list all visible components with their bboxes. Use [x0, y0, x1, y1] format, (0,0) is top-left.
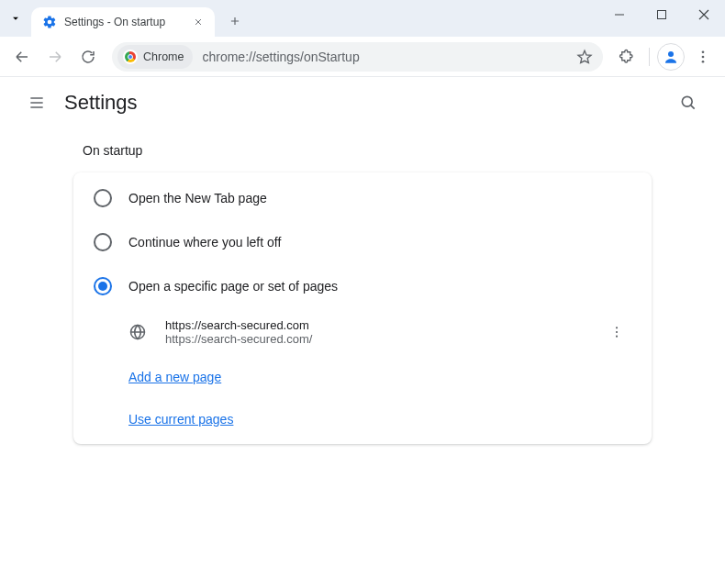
radio-button-selected-icon [94, 277, 112, 295]
svg-point-3 [702, 55, 705, 58]
profile-button[interactable] [657, 43, 685, 71]
globe-icon [128, 323, 147, 341]
settings-header: Settings [0, 77, 725, 128]
window-titlebar: Settings - On startup [0, 0, 725, 37]
browser-toolbar: Chrome chrome://settings/onStartup [0, 37, 725, 77]
radio-button-icon [94, 189, 112, 207]
hamburger-icon [28, 94, 46, 112]
chrome-icon [123, 50, 138, 64]
back-button[interactable] [7, 42, 37, 72]
extensions-button[interactable] [612, 42, 641, 72]
svg-point-1 [668, 51, 674, 57]
svg-point-4 [702, 60, 705, 62]
startup-page-url: https://search-secured.com/ [165, 332, 602, 346]
radio-button-icon [94, 233, 112, 251]
close-icon [698, 9, 709, 20]
chevron-down-icon [9, 12, 22, 25]
svg-point-8 [616, 331, 618, 333]
browser-tab[interactable]: Settings - On startup [31, 7, 215, 37]
svg-rect-0 [658, 11, 666, 19]
arrow-left-icon [14, 49, 30, 65]
profile-icon [663, 49, 679, 65]
settings-menu-button[interactable] [18, 84, 55, 121]
settings-search-button[interactable] [670, 84, 707, 121]
more-vert-icon [609, 325, 624, 339]
minimize-icon [614, 9, 625, 20]
radio-specific-pages[interactable]: Open a specific page or set of pages [73, 264, 652, 308]
plus-icon [229, 15, 241, 28]
svg-point-2 [702, 50, 705, 53]
close-icon [194, 17, 203, 27]
use-current-pages-row: Use current pages [73, 398, 652, 440]
add-new-page-row: Add a new page [73, 356, 652, 398]
radio-label: Open the New Tab page [128, 191, 267, 205]
site-chip-label: Chrome [143, 50, 184, 63]
new-tab-button[interactable] [222, 8, 248, 34]
address-bar[interactable]: Chrome chrome://settings/onStartup [112, 42, 603, 72]
arrow-right-icon [47, 49, 63, 65]
svg-point-5 [682, 96, 692, 106]
svg-point-9 [616, 336, 618, 338]
window-controls [598, 0, 725, 37]
tab-close-button[interactable] [191, 15, 206, 29]
radio-label: Continue where you left off [128, 235, 281, 250]
browser-menu-button[interactable] [688, 42, 718, 72]
radio-continue[interactable]: Continue where you left off [73, 220, 652, 264]
use-current-pages-link[interactable]: Use current pages [128, 412, 233, 427]
maximize-button[interactable] [641, 0, 683, 29]
window-close-button[interactable] [683, 0, 725, 29]
add-new-page-link[interactable]: Add a new page [128, 370, 221, 384]
bookmark-button[interactable] [572, 44, 597, 70]
startup-page-entry: https://search-secured.com https://searc… [73, 308, 652, 356]
tab-search-dropdown[interactable] [0, 0, 31, 37]
reload-icon [80, 49, 96, 65]
radio-new-tab-page[interactable]: Open the New Tab page [73, 176, 652, 220]
reload-button[interactable] [73, 42, 103, 72]
toolbar-divider [649, 48, 650, 66]
url-text: chrome://settings/onStartup [202, 50, 572, 64]
startup-card: Open the New Tab page Continue where you… [73, 172, 652, 444]
svg-point-7 [616, 327, 618, 328]
settings-gear-icon [42, 15, 57, 29]
site-info-chip[interactable]: Chrome [117, 45, 193, 69]
settings-content: On startup Open the New Tab page Continu… [0, 128, 725, 481]
minimize-button[interactable] [598, 0, 641, 29]
tab-title: Settings - On startup [64, 16, 187, 28]
radio-label: Open a specific page or set of pages [128, 279, 338, 294]
maximize-icon [656, 9, 667, 20]
forward-button[interactable] [40, 42, 70, 72]
page-title: Settings [64, 91, 138, 115]
startup-page-name: https://search-secured.com [165, 318, 602, 332]
star-icon [576, 49, 593, 65]
extension-icon [619, 49, 635, 65]
search-icon [679, 94, 697, 112]
more-vert-icon [695, 49, 711, 65]
section-title: On startup [83, 143, 652, 158]
page-entry-more-button[interactable] [602, 317, 631, 347]
